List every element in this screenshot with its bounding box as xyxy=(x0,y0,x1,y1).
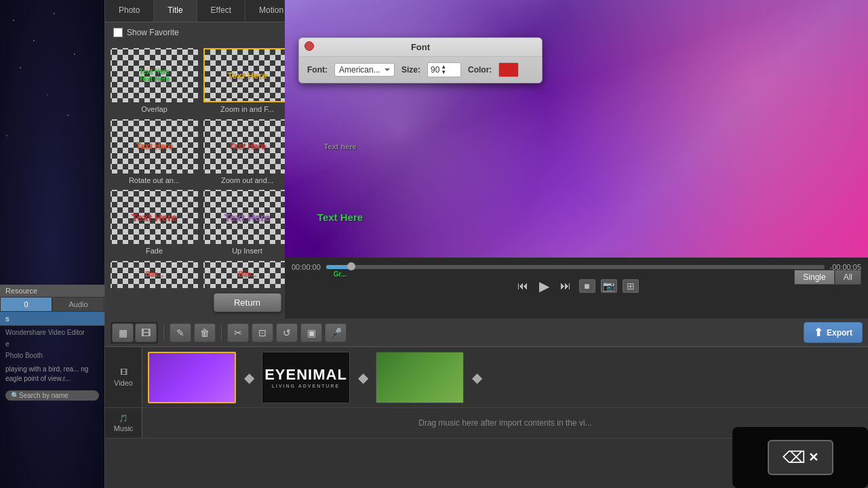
title-thumb-zoom-out: Tast Here xyxy=(203,119,291,174)
fullscreen-button[interactable]: ⊞ xyxy=(623,279,639,293)
sidebar-text-block: playing with a bird, rea... ng eagle poi… xyxy=(0,361,104,388)
title-item-extra1[interactable]: Bas... xyxy=(111,261,198,289)
search-placeholder: Search by name xyxy=(19,392,68,399)
font-size-value: 90 xyxy=(431,65,439,75)
tab-effect[interactable]: Effect xyxy=(197,0,245,22)
rotate-btn[interactable]: ↺ xyxy=(276,323,298,342)
edit-icon: ✎ xyxy=(176,327,184,338)
export-button[interactable]: ⬆ Export xyxy=(804,322,863,343)
title-item-zoom[interactable]: Text Here Zoom in and F... xyxy=(203,48,291,114)
title-name-up-insert: Up Insert xyxy=(232,247,262,255)
timeline-view-btn[interactable]: 🎞 xyxy=(135,323,157,342)
clip-transition-3[interactable]: ◆ xyxy=(467,367,487,388)
title-name-zoom-out: Zoom out and... xyxy=(221,176,273,184)
title-thumb-fade: Text Here xyxy=(111,190,198,244)
search-icon: 🔍 xyxy=(11,392,19,399)
search-bar[interactable]: 🔍 Search by name xyxy=(5,390,99,401)
stop-button[interactable]: ■ xyxy=(579,279,595,293)
show-favorite-label: Show Favorite xyxy=(127,28,179,37)
title-name-fade: Fade xyxy=(146,247,163,255)
video-track-content: ◆ EYENIMAL LIVING ADVENTURE ◆ xyxy=(142,347,868,407)
single-button[interactable]: Single xyxy=(794,270,834,285)
music-label-text: Music xyxy=(114,424,134,432)
all-button[interactable]: All xyxy=(835,270,861,285)
music-track-label: 🎵 Music xyxy=(105,408,142,438)
font-select-input[interactable]: American... xyxy=(334,63,395,77)
single-all-buttons: Single All xyxy=(794,270,861,285)
scene-icon: ▣ xyxy=(307,327,316,338)
screenshot-button[interactable]: 📷 xyxy=(601,279,617,293)
music-placeholder-text: Drag music here after import contents in… xyxy=(418,418,591,428)
title-thumb-up-insert: Text Here xyxy=(203,190,291,244)
clip-3-preview xyxy=(376,352,463,403)
rotate-icon: ↺ xyxy=(283,327,291,338)
font-color-picker[interactable] xyxy=(498,62,519,77)
eyenimal-logo-text: EYENIMAL LIVING ADVENTURE xyxy=(264,366,347,388)
thumb-text-stretch: Text here xyxy=(323,142,356,150)
thumb-text-overlap: Text HereText Here xyxy=(139,68,170,83)
storyboard-icon: ▦ xyxy=(119,327,127,338)
playback-controls: ⏮ ▶ ⏭ ■ 📷 ⊞ xyxy=(285,274,868,298)
tab-title[interactable]: Title xyxy=(154,0,197,22)
play-button[interactable]: ▶ xyxy=(536,277,552,296)
thumb-text-down-insert: Text Here xyxy=(317,211,363,223)
sidebar-tab-audio[interactable]: Audio xyxy=(52,297,104,312)
sidebar-item-photo-booth[interactable]: Photo Booth xyxy=(0,349,104,361)
toolbar-separator-1 xyxy=(163,325,164,341)
delete-btn[interactable]: 🗑 xyxy=(194,323,216,342)
mic-icon: 🎤 xyxy=(330,327,342,338)
cut-btn[interactable]: ✂ xyxy=(227,323,249,342)
view-toggle-group: ▦ 🎞 xyxy=(111,322,158,344)
thumb-text-fade: Text Here xyxy=(132,211,177,223)
video-clip-eyenimal[interactable]: EYENIMAL LIVING ADVENTURE xyxy=(262,352,350,403)
font-dialog-body: Font: American... Size: 90 ▲ ▼ xyxy=(299,57,542,83)
title-item-zoom-out[interactable]: Tast Here Zoom out and... xyxy=(203,119,291,185)
title-thumb-overlap: Text HereText Here xyxy=(111,48,198,102)
edit-btn[interactable]: ✎ xyxy=(170,323,191,342)
thumb-text-zoom: Text Here xyxy=(227,70,267,81)
title-thumb-zoom: Text Here xyxy=(203,48,291,102)
show-favorite-checkbox[interactable] xyxy=(113,28,123,37)
music-track-content: Drag music here after import contents in… xyxy=(142,418,868,428)
backspace-button[interactable]: ⌫ ✕ xyxy=(768,440,833,475)
preview-video: Wonders Font Font: American... Size: 90 … xyxy=(285,0,868,258)
title-item-extra2[interactable]: Bas... xyxy=(203,261,291,289)
skip-forward-button[interactable]: ⏭ xyxy=(557,279,574,293)
sidebar-item-0[interactable]: s xyxy=(0,312,104,326)
progress-track[interactable] xyxy=(326,265,825,269)
size-spinners[interactable]: ▲ ▼ xyxy=(441,64,446,75)
video-clip-nature[interactable] xyxy=(376,352,464,403)
title-item-fade[interactable]: Text Here Fade xyxy=(111,190,198,256)
font-dialog-title: Font xyxy=(299,38,542,57)
tab-photo[interactable]: Photo xyxy=(105,0,154,22)
font-dialog-close-btn[interactable] xyxy=(304,41,314,51)
progress-thumb[interactable] xyxy=(347,262,355,270)
title-item-overlap[interactable]: Text HereText Here Overlap xyxy=(111,48,198,114)
storyboard-view-btn[interactable]: ▦ xyxy=(112,323,134,342)
video-clip-1[interactable] xyxy=(148,352,236,403)
return-button[interactable]: Return xyxy=(214,293,281,312)
sidebar-tab-0[interactable]: 0 xyxy=(0,297,52,312)
export-icon: ⬆ xyxy=(814,326,823,339)
crop-btn[interactable]: ⊡ xyxy=(252,323,273,342)
sidebar-item-e: e xyxy=(0,338,104,349)
title-item-up-insert[interactable]: Text Here Up Insert xyxy=(203,190,291,256)
time-start: 00:00:00 xyxy=(292,263,321,271)
timeline-icon: 🎞 xyxy=(141,327,151,338)
export-label: Export xyxy=(827,328,852,338)
title-item-rotate-out[interactable]: Text Here Rotate out an... xyxy=(111,119,198,185)
transition-arrow-2: ◆ xyxy=(358,369,368,386)
scene-btn[interactable]: ▣ xyxy=(300,323,322,342)
left-sidebar: Resource 0 Audio s Wondershare Video Edi… xyxy=(0,0,105,488)
clip-transition-1[interactable]: ◆ xyxy=(239,367,259,388)
thumb-text-extra3: Gr... xyxy=(334,270,347,278)
clip-transition-2[interactable]: ◆ xyxy=(353,367,373,388)
title-thumb-extra2: Bas... xyxy=(203,261,291,288)
skip-back-button[interactable]: ⏮ xyxy=(515,279,531,293)
font-size-field[interactable]: 90 ▲ ▼ xyxy=(427,62,461,77)
toolbar-separator-2 xyxy=(221,325,222,341)
size-down-arrow[interactable]: ▼ xyxy=(441,70,446,75)
mic-btn[interactable]: 🎤 xyxy=(325,323,347,342)
eyenimal-brand: EYENIMAL xyxy=(264,366,347,384)
video-track-row: 🎞 Video ◆ EYENIMAL LIVING ADVENTURE xyxy=(105,347,868,408)
